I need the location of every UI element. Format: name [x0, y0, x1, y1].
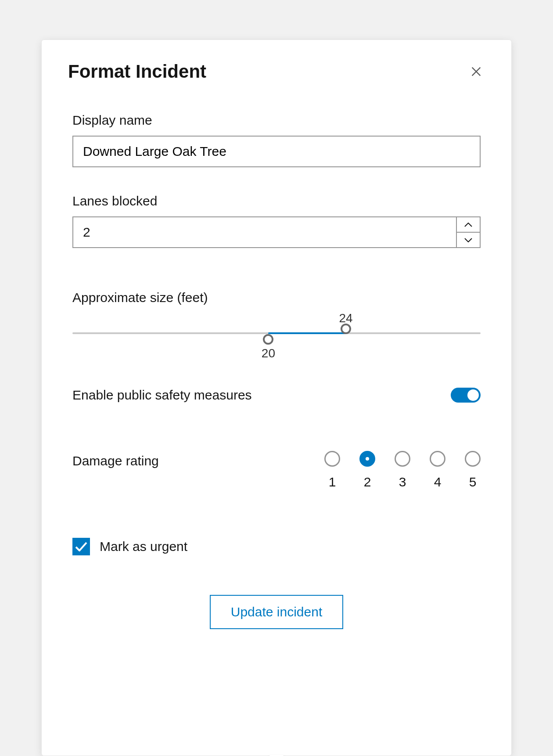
damage-rating-option-3[interactable]: 3	[395, 451, 410, 490]
radio-label: 4	[434, 475, 442, 490]
panel-title: Format Incident	[68, 61, 206, 82]
damage-rating-options: 12345	[324, 451, 481, 490]
submit-row: Update incident	[72, 595, 481, 629]
toggle-knob	[467, 389, 479, 401]
display-name-label: Display name	[72, 113, 481, 128]
lanes-blocked-stepper: 2	[72, 216, 481, 248]
size-range-slider[interactable]: 24 20	[72, 313, 481, 353]
radio-circle	[359, 451, 375, 467]
damage-rating-field: Damage rating 12345	[72, 451, 481, 490]
slider-track-fill	[268, 332, 346, 334]
stepper-controls	[456, 217, 480, 247]
check-icon	[75, 542, 87, 551]
chevron-up-icon	[464, 223, 472, 227]
close-icon	[470, 65, 482, 78]
slider-min-handle[interactable]	[263, 334, 273, 345]
stepper-up-button[interactable]	[457, 217, 480, 233]
slider-min-value-label: 20	[262, 346, 275, 360]
radio-label: 3	[399, 475, 406, 490]
chevron-down-icon	[464, 238, 472, 242]
radio-circle	[430, 451, 445, 467]
mark-urgent-field[interactable]: Mark as urgent	[72, 538, 481, 555]
close-button[interactable]	[467, 63, 485, 80]
radio-label: 2	[364, 475, 371, 490]
lanes-blocked-value[interactable]: 2	[73, 217, 456, 247]
public-safety-toggle[interactable]	[451, 388, 481, 403]
approx-size-field: Approximate size (feet) 24 20	[72, 274, 481, 353]
format-incident-panel: Format Incident Display name Lanes block…	[41, 40, 512, 756]
damage-rating-option-5[interactable]: 5	[465, 451, 481, 490]
radio-circle	[465, 451, 481, 467]
damage-rating-label: Damage rating	[72, 451, 159, 468]
radio-circle	[395, 451, 410, 467]
damage-rating-option-1[interactable]: 1	[324, 451, 340, 490]
mark-urgent-label: Mark as urgent	[100, 539, 187, 554]
display-name-input[interactable]	[72, 136, 481, 167]
lanes-blocked-label: Lanes blocked	[72, 194, 481, 209]
slider-max-handle[interactable]	[341, 324, 351, 334]
damage-rating-option-4[interactable]: 4	[430, 451, 445, 490]
stepper-down-button[interactable]	[457, 233, 480, 247]
radio-label: 1	[329, 475, 336, 490]
update-incident-button[interactable]: Update incident	[210, 595, 343, 629]
approx-size-label: Approximate size (feet)	[72, 290, 481, 305]
damage-rating-option-2[interactable]: 2	[359, 451, 375, 490]
display-name-field: Display name	[72, 113, 481, 167]
public-safety-field: Enable public safety measures	[72, 388, 481, 403]
lanes-blocked-field: Lanes blocked 2	[72, 194, 481, 248]
radio-circle	[324, 451, 340, 467]
panel-header: Format Incident	[68, 61, 485, 82]
form-body: Display name Lanes blocked 2 Approximate…	[68, 113, 485, 629]
public-safety-label: Enable public safety measures	[72, 388, 252, 403]
mark-urgent-checkbox[interactable]	[72, 538, 90, 555]
radio-label: 5	[469, 475, 477, 490]
